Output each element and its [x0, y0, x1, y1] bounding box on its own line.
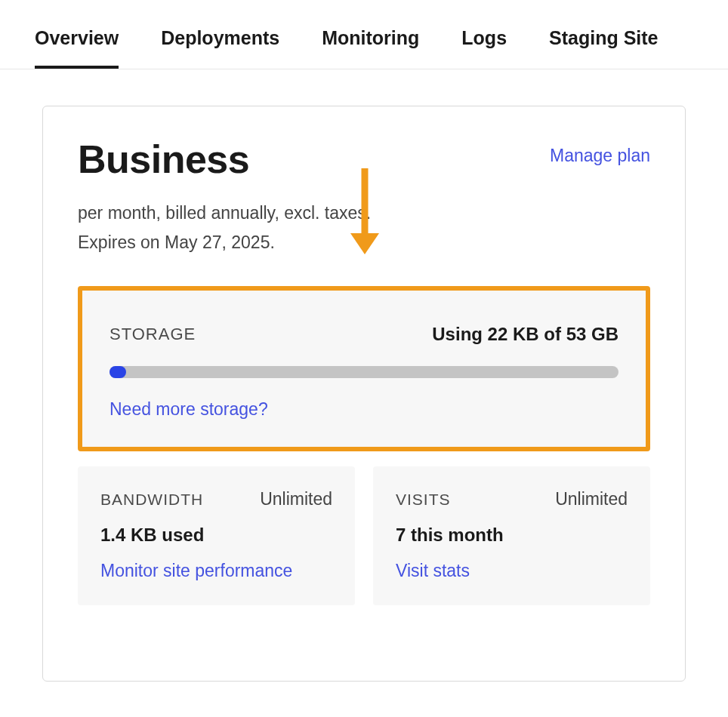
bandwidth-header: BANDWIDTH Unlimited [100, 489, 332, 509]
storage-label: STORAGE [110, 325, 196, 344]
storage-usage: Using 22 KB of 53 GB [432, 324, 618, 345]
info-row: BANDWIDTH Unlimited 1.4 KB used Monitor … [78, 466, 650, 605]
storage-panel: STORAGE Using 22 KB of 53 GB Need more s… [78, 286, 650, 451]
annotation-arrow-icon [347, 168, 382, 259]
tab-staging[interactable]: Staging Site [549, 27, 658, 69]
storage-header: STORAGE Using 22 KB of 53 GB [110, 324, 618, 345]
plan-title: Business [78, 137, 249, 182]
visits-label: VISITS [396, 491, 451, 509]
bandwidth-panel: BANDWIDTH Unlimited 1.4 KB used Monitor … [78, 466, 355, 605]
storage-progress-bar [110, 366, 618, 378]
monitor-performance-link[interactable]: Monitor site performance [100, 561, 332, 581]
tab-deployments[interactable]: Deployments [161, 27, 279, 69]
manage-plan-link[interactable]: Manage plan [550, 137, 650, 166]
bandwidth-limit: Unlimited [260, 489, 332, 509]
tab-bar: Overview Deployments Monitoring Logs Sta… [0, 0, 728, 69]
tab-logs[interactable]: Logs [461, 27, 507, 69]
svg-marker-1 [350, 233, 379, 254]
visit-stats-link[interactable]: Visit stats [396, 561, 628, 581]
visits-header: VISITS Unlimited [396, 489, 628, 509]
bandwidth-value: 1.4 KB used [100, 525, 332, 546]
need-more-storage-link[interactable]: Need more storage? [110, 399, 618, 420]
visits-value: 7 this month [396, 525, 628, 546]
storage-progress-fill [110, 366, 126, 378]
visits-panel: VISITS Unlimited 7 this month Visit stat… [373, 466, 650, 605]
content-area: Business Manage plan per month, billed a… [0, 69, 728, 682]
tab-monitoring[interactable]: Monitoring [322, 27, 419, 69]
plan-card: Business Manage plan per month, billed a… [42, 106, 686, 682]
visits-limit: Unlimited [555, 489, 628, 509]
tab-overview[interactable]: Overview [35, 27, 119, 69]
bandwidth-label: BANDWIDTH [100, 491, 203, 509]
